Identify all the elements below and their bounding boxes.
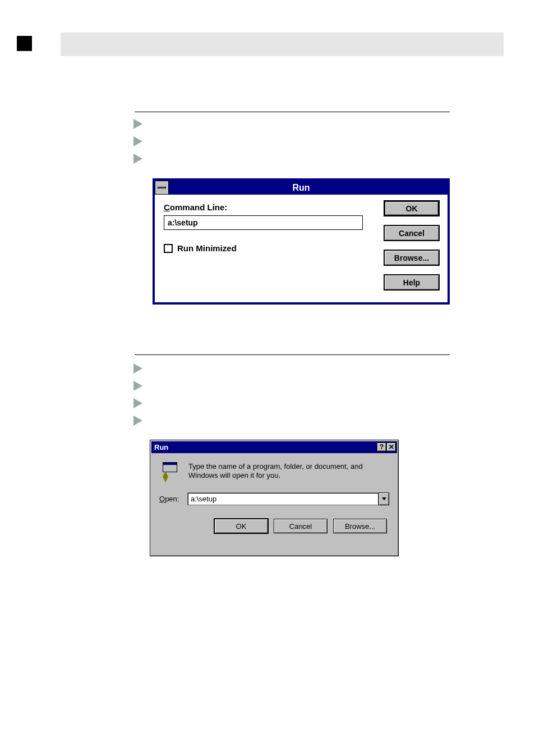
separator: [135, 112, 450, 112]
close-icon[interactable]: ✕: [386, 442, 396, 451]
bullet-icon: [133, 154, 142, 164]
separator: [135, 354, 450, 355]
run-minimized-label: Run Minimized: [177, 243, 237, 253]
cancel-button[interactable]: Cancel: [274, 519, 328, 533]
cancel-button[interactable]: Cancel: [384, 225, 440, 241]
page-marker: [17, 36, 32, 51]
run-minimized-checkbox[interactable]: [164, 244, 173, 253]
command-line-input[interactable]: [164, 215, 363, 230]
ok-button[interactable]: OK: [384, 200, 440, 216]
help-icon[interactable]: ?: [377, 442, 386, 451]
open-input[interactable]: [187, 492, 379, 505]
window-title: Run: [155, 183, 448, 193]
ok-button[interactable]: OK: [214, 519, 268, 533]
bullet-icon: [133, 416, 142, 426]
bullet-icon: [133, 136, 142, 146]
title-bar[interactable]: Run ? ✕: [151, 441, 397, 453]
dialog-description: Type the name of a program, folder, or d…: [188, 462, 385, 481]
bullet-icon: [133, 381, 142, 391]
browse-button[interactable]: Browse...: [333, 519, 387, 533]
open-label: Open:: [159, 495, 182, 503]
bullet-icon: [133, 363, 142, 374]
dropdown-button[interactable]: [379, 492, 389, 505]
help-button[interactable]: Help: [384, 274, 440, 291]
run-program-icon: [159, 462, 179, 482]
window-title: Run: [154, 443, 168, 451]
header-band: [61, 33, 504, 56]
run-dialog-win95: Run ? ✕ Type the name of a program, fold…: [150, 440, 399, 556]
command-line-label: Command Line:: [164, 202, 366, 212]
bullet-icon: [133, 398, 142, 408]
run-dialog-win31: Run Command Line: Run Minimized OK Cance…: [153, 178, 450, 305]
browse-button[interactable]: Browse...: [384, 250, 440, 266]
bullet-icon: [133, 119, 142, 129]
title-bar[interactable]: Run: [155, 181, 448, 195]
